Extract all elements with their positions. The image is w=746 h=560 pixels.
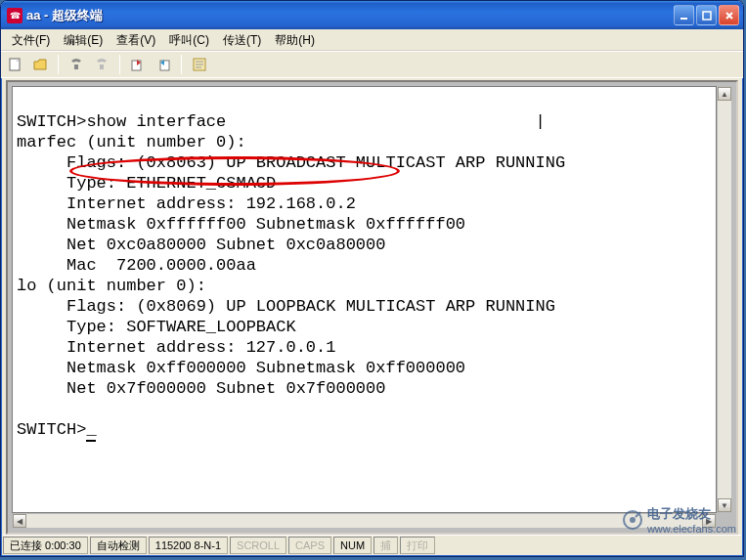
receive-file-icon[interactable] bbox=[154, 55, 173, 74]
app-window: ☎ aa - 超级终端 文件(F) 编辑(E) 查看(V) 呼叫(C) 传送(T… bbox=[0, 0, 744, 557]
window-title: aa - 超级终端 bbox=[26, 7, 674, 24]
status-scroll: SCROLL bbox=[230, 537, 286, 554]
toolbar-separator bbox=[58, 55, 59, 74]
terminal-cursor: _ bbox=[86, 419, 96, 442]
status-print: 打印 bbox=[400, 537, 435, 554]
menu-view[interactable]: 查看(V) bbox=[110, 30, 162, 51]
svg-rect-0 bbox=[680, 18, 687, 20]
scrollbar-horizontal[interactable]: ◀ ▶ bbox=[12, 513, 717, 529]
watermark-url: www.elecfans.com bbox=[647, 523, 736, 535]
open-folder-icon[interactable] bbox=[30, 55, 50, 74]
status-autodetect: 自动检测 bbox=[90, 537, 147, 554]
tool-bar bbox=[1, 51, 743, 78]
status-bar: 已连接 0:00:30 自动检测 115200 8-N-1 SCROLL CAP… bbox=[3, 535, 741, 554]
menu-transfer[interactable]: 传送(T) bbox=[216, 30, 268, 51]
toolbar-separator bbox=[119, 55, 120, 74]
scroll-up-icon[interactable]: ▲ bbox=[718, 87, 731, 101]
status-capture: 捕 bbox=[373, 537, 398, 554]
menu-bar: 文件(F) 编辑(E) 查看(V) 呼叫(C) 传送(T) 帮助(H) bbox=[1, 29, 743, 51]
menu-call[interactable]: 呼叫(C) bbox=[162, 30, 216, 51]
scroll-left-icon[interactable]: ◀ bbox=[13, 514, 26, 528]
scrollbar-vertical[interactable]: ▲ ▼ bbox=[717, 86, 732, 513]
status-connection: 已连接 0:00:30 bbox=[3, 537, 88, 554]
watermark-icon bbox=[622, 509, 643, 531]
watermark: 电子发烧友 www.elecfans.com bbox=[622, 505, 736, 535]
status-caps: CAPS bbox=[288, 537, 331, 554]
new-doc-icon[interactable] bbox=[5, 55, 24, 74]
phone-connect-icon[interactable] bbox=[66, 55, 86, 74]
close-button[interactable] bbox=[719, 5, 739, 25]
status-serial: 115200 8-N-1 bbox=[149, 537, 228, 554]
svg-point-12 bbox=[630, 517, 636, 523]
watermark-text: 电子发烧友 bbox=[647, 505, 736, 523]
terminal-container: SWITCH>show interface | marfec (unit num… bbox=[6, 80, 738, 535]
menu-edit[interactable]: 编辑(E) bbox=[57, 30, 110, 51]
toolbar-separator bbox=[181, 55, 182, 74]
app-icon: ☎ bbox=[7, 8, 22, 23]
terminal-output[interactable]: SWITCH>show interface | marfec (unit num… bbox=[12, 86, 717, 513]
send-file-icon[interactable] bbox=[128, 55, 148, 74]
phone-hangup-icon[interactable] bbox=[92, 55, 111, 74]
status-num: NUM bbox=[333, 537, 372, 554]
menu-file[interactable]: 文件(F) bbox=[5, 30, 57, 51]
terminal-text: SWITCH>show interface | marfec (unit num… bbox=[17, 112, 565, 439]
svg-rect-4 bbox=[100, 65, 104, 69]
svg-rect-1 bbox=[703, 12, 711, 20]
title-bar[interactable]: ☎ aa - 超级终端 bbox=[1, 1, 743, 29]
menu-help[interactable]: 帮助(H) bbox=[268, 30, 322, 51]
properties-icon[interactable] bbox=[190, 55, 209, 74]
minimize-button[interactable] bbox=[674, 5, 694, 25]
maximize-button[interactable] bbox=[696, 5, 717, 25]
svg-rect-3 bbox=[74, 65, 78, 69]
